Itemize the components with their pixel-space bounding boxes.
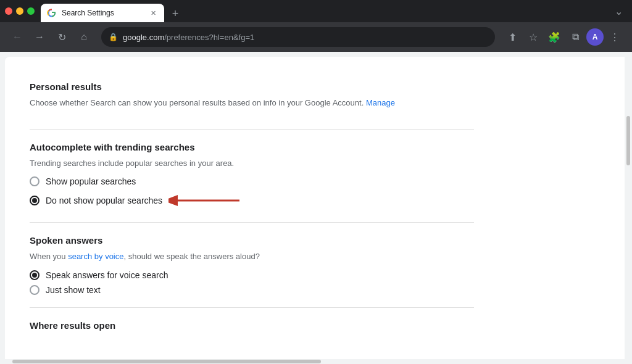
home-icon: ⌂ xyxy=(81,31,87,43)
speak-answers-radio[interactable] xyxy=(30,270,40,280)
personal-results-desc-text: Choose whether Search can show you perso… xyxy=(30,98,364,107)
arrow-svg xyxy=(168,191,243,210)
forward-icon: → xyxy=(35,31,44,43)
spoken-answers-title: Spoken answers xyxy=(30,235,474,246)
browser-content: Personal results Choose whether Search c… xyxy=(5,57,625,359)
close-button[interactable] xyxy=(5,7,12,15)
spoken-desc-prefix: When you xyxy=(30,252,68,261)
arrow-annotation xyxy=(168,191,243,210)
speak-answers-option[interactable]: Speak answers for voice search xyxy=(30,270,474,280)
do-not-show-label: Do not show popular searches xyxy=(46,196,162,205)
address-bar[interactable]: 🔒 google.com/preferences?hl=en&fg=1 xyxy=(101,27,495,47)
url-text: google.com/preferences?hl=en&fg=1 xyxy=(123,33,254,42)
bottom-scrollbar xyxy=(0,359,632,364)
scrollbar-thumb[interactable] xyxy=(626,116,630,165)
tab-close-button[interactable]: ✕ xyxy=(148,8,158,18)
do-not-show-row: Do not show popular searches xyxy=(30,191,474,210)
show-popular-radio[interactable] xyxy=(30,176,40,186)
search-by-voice-link[interactable]: search by voice xyxy=(68,252,123,261)
just-show-text-radio[interactable] xyxy=(30,285,40,295)
scrollbar-track[interactable] xyxy=(625,52,632,359)
manage-link[interactable]: Manage xyxy=(366,98,395,107)
spoken-answers-desc: When you search by voice, should we spea… xyxy=(30,250,474,263)
active-tab[interactable]: Search Settings ✕ xyxy=(41,4,164,22)
navbar: ← → ↻ ⌂ 🔒 google.com/preferences?hl=en&f… xyxy=(0,22,632,52)
bottom-scrollbar-thumb[interactable] xyxy=(12,360,321,363)
minimize-button[interactable] xyxy=(16,7,23,15)
maximize-button[interactable] xyxy=(27,7,35,15)
extensions-button[interactable]: 🧩 xyxy=(544,27,564,47)
star-icon: ☆ xyxy=(529,31,538,43)
url-domain: google.com xyxy=(123,33,164,42)
lock-icon: 🔒 xyxy=(109,33,118,41)
content-area: Personal results Choose whether Search c… xyxy=(0,52,632,359)
speak-answers-label: Speak answers for voice search xyxy=(46,270,168,280)
back-button[interactable]: ← xyxy=(7,27,27,47)
titlebar: Search Settings ✕ + ⌄ xyxy=(0,0,632,22)
more-icon: ⋮ xyxy=(610,31,620,43)
reload-icon: ↻ xyxy=(58,31,66,43)
personal-results-title: Personal results xyxy=(30,81,474,92)
back-icon: ← xyxy=(12,31,22,43)
chrome-menu-button[interactable]: ⋮ xyxy=(605,27,625,47)
where-results-open-title: Where results open xyxy=(30,320,474,331)
spoken-desc-suffix: , should we speak the answers aloud? xyxy=(123,252,259,261)
just-show-text-option[interactable]: Just show text xyxy=(30,285,474,295)
personal-results-section: Personal results Choose whether Search c… xyxy=(30,69,474,130)
autocomplete-radio-group: Show popular searches Do not show popula… xyxy=(30,176,474,210)
autocomplete-desc: Trending searches include popular search… xyxy=(30,157,474,170)
url-path: /preferences?hl=en&fg=1 xyxy=(164,33,254,42)
do-not-show-option[interactable]: Do not show popular searches xyxy=(30,196,162,205)
window-controls xyxy=(5,7,35,15)
share-icon: ⬆ xyxy=(509,31,517,43)
page-content: Personal results Choose whether Search c… xyxy=(5,57,499,359)
show-popular-option[interactable]: Show popular searches xyxy=(30,176,474,186)
just-show-text-label: Just show text xyxy=(46,285,101,295)
spoken-answers-section: Spoken answers When you search by voice,… xyxy=(30,223,474,308)
where-results-open-section: Where results open xyxy=(30,308,474,348)
puzzle-icon: 🧩 xyxy=(548,31,560,43)
home-button[interactable]: ⌂ xyxy=(74,27,94,47)
autocomplete-section: Autocomplete with trending searches Tren… xyxy=(30,130,474,223)
tab-favicon xyxy=(47,8,57,18)
personal-results-desc: Choose whether Search can show you perso… xyxy=(30,97,474,109)
do-not-show-radio[interactable] xyxy=(30,196,40,205)
reload-button[interactable]: ↻ xyxy=(52,27,72,47)
spoken-answers-radio-group: Speak answers for voice search Just show… xyxy=(30,270,474,295)
split-view-button[interactable]: ⧉ xyxy=(565,27,585,47)
split-icon: ⧉ xyxy=(572,31,579,43)
nav-actions: ⬆ ☆ 🧩 ⧉ A ⋮ xyxy=(502,27,625,47)
share-button[interactable]: ⬆ xyxy=(502,27,522,47)
show-popular-label: Show popular searches xyxy=(46,176,136,186)
tabs-area: Search Settings ✕ + xyxy=(41,0,610,22)
forward-button[interactable]: → xyxy=(30,27,49,47)
tab-title: Search Settings xyxy=(62,9,143,17)
bookmark-button[interactable]: ☆ xyxy=(523,27,543,47)
titlebar-menu-button[interactable]: ⌄ xyxy=(610,2,627,20)
autocomplete-title: Autocomplete with trending searches xyxy=(30,142,474,152)
avatar[interactable]: A xyxy=(586,28,604,46)
new-tab-button[interactable]: + xyxy=(167,5,184,22)
